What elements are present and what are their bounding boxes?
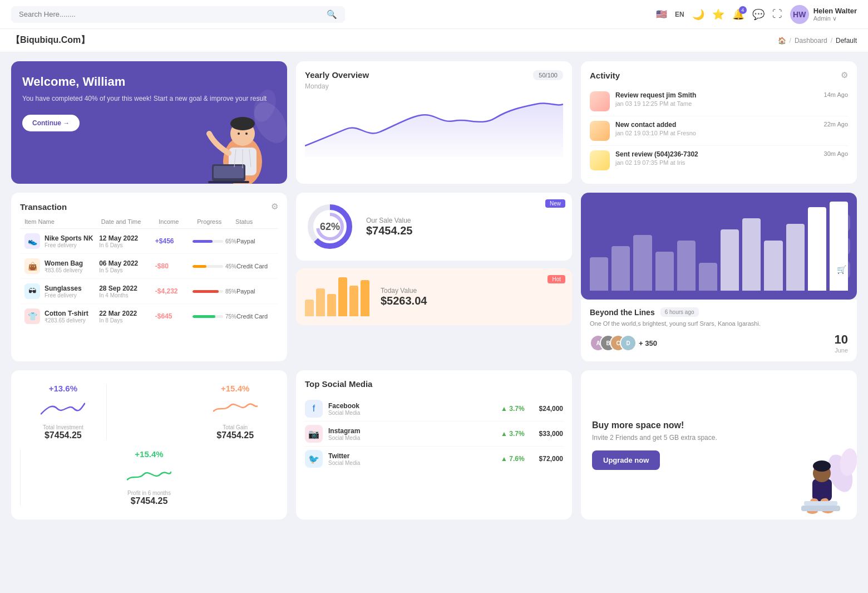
twitter-icon: 🐦 bbox=[305, 450, 323, 468]
svg-point-7 bbox=[245, 133, 248, 135]
activity-avatar-1 bbox=[590, 121, 610, 141]
col-date: Date and Time bbox=[101, 218, 159, 225]
table-row: 🕶 Sunglasses Free delivery 28 Sep 2022 I… bbox=[20, 279, 278, 304]
stat-divider-1 bbox=[20, 449, 21, 506]
svg-rect-19 bbox=[812, 479, 832, 501]
transaction-gear-icon[interactable]: ⚙ bbox=[271, 202, 278, 212]
svg-point-5 bbox=[230, 117, 255, 130]
col-status: Status bbox=[235, 218, 274, 225]
welcome-illustration bbox=[198, 61, 287, 184]
col-income: Income bbox=[159, 218, 197, 225]
yearly-badge: 50/100 bbox=[533, 70, 563, 80]
activity-time-1: 22m Ago bbox=[824, 121, 848, 128]
sale-label: Our Sale Value bbox=[366, 217, 563, 224]
continue-button[interactable]: Continue → bbox=[22, 115, 80, 131]
activity-item-1: New contact added jan 02 19 03:10 PM at … bbox=[590, 116, 848, 146]
bell-icon[interactable]: 🔔4 bbox=[732, 8, 744, 21]
activity-item-2: Sent review (504)236-7302 jan 02 19 07:3… bbox=[590, 146, 848, 175]
svg-rect-10 bbox=[208, 181, 249, 183]
date-col-2: 28 Sep 2022 In 4 Months bbox=[99, 285, 155, 298]
bar-1 bbox=[611, 246, 630, 291]
sale-value-card: New 62% Our Sale Value $7454.25 bbox=[296, 193, 572, 261]
new-badge: New bbox=[545, 199, 565, 208]
activity-avatar-0 bbox=[590, 91, 610, 111]
date-col-0: 12 May 2022 In 6 Days bbox=[99, 234, 155, 248]
brand-logo[interactable]: 【Biqubiqu.Com】 bbox=[11, 35, 90, 46]
social-name-tw: Twitter Social Media bbox=[328, 452, 495, 466]
beyond-date-month: June bbox=[835, 347, 848, 354]
table-row: 👕 Cotton T-shirt ₹283.65 delivery 22 Mar… bbox=[20, 304, 278, 329]
stats-card: +13.6% Total Investment $7454.25 +15.4% … bbox=[11, 370, 287, 520]
activity-gear-icon[interactable]: ⚙ bbox=[841, 70, 848, 80]
bottom-row: +13.6% Total Investment $7454.25 +15.4% … bbox=[0, 370, 868, 528]
social-row-fb: f Facebook Social Media ▲ 3.7% $24,000 bbox=[305, 396, 563, 422]
beyond-date-num: 10 bbox=[835, 332, 848, 347]
transaction-card: Transaction ⚙ Item Name Date and Time In… bbox=[11, 193, 287, 361]
social-row-ig: 📷 Instagram Social Media ▲ 3.7% $33,000 bbox=[305, 422, 563, 447]
activity-sub-0: jan 03 19 12:25 PM at Tame bbox=[615, 100, 818, 107]
bar-5 bbox=[699, 263, 717, 291]
item-sub-2: Free delivery bbox=[45, 292, 82, 298]
activity-time-2: 30m Ago bbox=[824, 150, 848, 157]
table-row: 👜 Women Bag ₹83.65 delivery 06 May 2022 … bbox=[20, 254, 278, 279]
bar-6 bbox=[721, 229, 739, 291]
table-row: 👟 Nike Sports NK Free delivery 12 May 20… bbox=[20, 229, 278, 254]
chat-icon[interactable]: 💬 bbox=[752, 8, 765, 21]
language-label[interactable]: EN bbox=[675, 11, 684, 18]
stat-val-0: $7454.25 bbox=[45, 430, 82, 440]
activity-time-0: 14m Ago bbox=[824, 91, 848, 98]
col-item-name: Item Name bbox=[24, 218, 101, 225]
middle-col-bottom: New 62% Our Sale Value $7454.25 Hot bbox=[296, 193, 572, 361]
stat-item-0: +13.6% Total Investment $7454.25 bbox=[20, 379, 106, 445]
breadcrumb-bar: 【Biqubiqu.Com】 🏠 / Dashboard / Default bbox=[0, 29, 868, 52]
barchart-actions: ↗ ⚙ 🛒 bbox=[832, 214, 850, 278]
activity-title-1: New contact added bbox=[615, 121, 818, 129]
chart-action-1[interactable]: ↗ bbox=[832, 214, 850, 232]
svg-rect-27 bbox=[804, 501, 837, 506]
item-info-3: Cotton T-shirt ₹283.65 delivery bbox=[45, 310, 88, 324]
donut-chart: 62% bbox=[305, 202, 355, 252]
chart-action-3[interactable]: 🛒 bbox=[832, 261, 850, 278]
yearly-chart bbox=[305, 96, 563, 157]
yearly-day: Monday bbox=[305, 82, 563, 90]
today-info: Today Value $5263.04 bbox=[381, 287, 563, 307]
today-bars bbox=[305, 277, 369, 316]
upgrade-button[interactable]: Upgrade now bbox=[592, 450, 660, 470]
svg-rect-26 bbox=[801, 506, 840, 511]
user-name: Helen Walter bbox=[813, 7, 857, 15]
instagram-icon: 📷 bbox=[305, 425, 323, 443]
stat-divider-0 bbox=[106, 384, 107, 440]
search-input[interactable] bbox=[19, 10, 322, 18]
right-col-bottom: ↗ ⚙ 🛒 Beyond the Lines 6 hours ago One O… bbox=[581, 193, 857, 361]
facebook-icon: f bbox=[305, 400, 323, 418]
activity-info-2: Sent review (504)236-7302 jan 02 19 07:3… bbox=[615, 150, 818, 166]
item-name-1: Women Bag bbox=[45, 259, 83, 267]
transaction-col-headers: Item Name Date and Time Income Progress … bbox=[20, 218, 278, 229]
breadcrumb-dashboard[interactable]: Dashboard bbox=[795, 37, 827, 45]
activity-title: Activity bbox=[590, 71, 620, 80]
search-bar[interactable]: 🔍 bbox=[11, 6, 345, 23]
stat-item-1: +15.4% Total Gain $7454.25 bbox=[192, 379, 278, 445]
ig-pct: ▲ 3.7% bbox=[501, 430, 525, 438]
stat-pct-1: +15.4% bbox=[221, 384, 249, 393]
social-media-card: Top Social Media f Facebook Social Media… bbox=[296, 370, 572, 520]
home-icon[interactable]: 🏠 bbox=[778, 37, 786, 45]
status-0: Paypal bbox=[236, 238, 274, 244]
avatars-row: A B C D + 350 bbox=[590, 335, 657, 351]
stat-pct-0: +13.6% bbox=[49, 384, 77, 393]
fullscreen-icon[interactable]: ⛶ bbox=[772, 8, 782, 20]
yearly-title: Yearly Overview bbox=[305, 70, 369, 80]
main-grid: Welcome, William You have completed 40% … bbox=[0, 52, 868, 370]
stat-label-2: Profit in 6 months bbox=[127, 490, 171, 496]
star-icon[interactable]: ⭐ bbox=[712, 8, 724, 21]
bar-3 bbox=[655, 252, 674, 291]
dark-mode-icon[interactable]: 🌙 bbox=[692, 8, 704, 21]
beyond-sub: One Of the world,s brightest, young surf… bbox=[590, 320, 848, 327]
status-1: Credit Card bbox=[236, 263, 274, 269]
chart-action-2[interactable]: ⚙ bbox=[832, 237, 850, 255]
user-avatar-wrap[interactable]: HW Helen Walter Admin ∨ bbox=[790, 5, 857, 24]
income-0: +$456 bbox=[155, 237, 193, 245]
date-col-1: 06 May 2022 In 5 Days bbox=[99, 259, 155, 273]
status-2: Paypal bbox=[236, 288, 274, 295]
item-icon-0: 👟 bbox=[24, 233, 40, 249]
